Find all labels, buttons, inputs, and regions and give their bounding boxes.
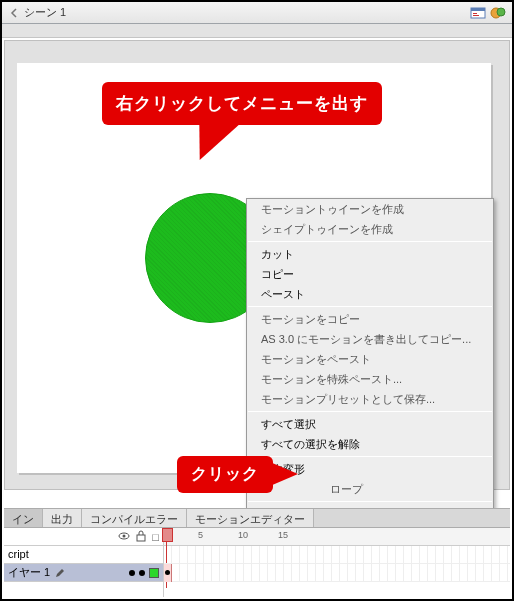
tab-motion-editor[interactable]: モーションエディター — [187, 509, 314, 527]
menu-save-motion-preset[interactable]: モーションプリセットとして保存... — [247, 389, 493, 409]
menu-copy-motion[interactable]: モーションをコピー — [247, 309, 493, 329]
script-track[interactable] — [164, 546, 510, 564]
layer1-track[interactable] — [164, 564, 510, 582]
ruler-tick: 15 — [278, 530, 288, 540]
bottom-tabs: イン 出力 コンパイルエラー モーションエディター — [4, 508, 510, 528]
eye-icon[interactable] — [118, 531, 130, 543]
annotation-click-text: クリック — [191, 465, 259, 482]
svg-point-7 — [123, 534, 126, 537]
menu-paste-motion[interactable]: モーションをペースト — [247, 349, 493, 369]
app-root: シーン 1 右クリックしてメニューを出す モーショントゥイーンを作成 シェイプト… — [0, 0, 514, 601]
menu-separator — [248, 306, 492, 307]
ruler-tick: 10 — [238, 530, 248, 540]
annotation-rightclick: 右クリックしてメニューを出す — [102, 82, 382, 125]
svg-rect-1 — [471, 8, 485, 11]
tab-output[interactable]: 出力 — [43, 509, 82, 527]
script-label-row: cript — [4, 546, 163, 564]
menu-deselect-all[interactable]: すべての選択を解除 — [247, 434, 493, 454]
timeline-frames[interactable]: 1 5 10 15 — [164, 528, 510, 597]
menu-separator — [248, 411, 492, 412]
timeline-layers-column: □ cript イヤー 1 — [4, 528, 164, 597]
timeline-ruler[interactable]: 1 5 10 15 — [164, 528, 510, 546]
tab-timeline[interactable]: イン — [4, 509, 43, 527]
back-icon[interactable] — [8, 7, 20, 19]
menu-paste[interactable]: ペースト — [247, 284, 493, 304]
svg-rect-3 — [473, 15, 479, 16]
layer-name: イヤー 1 — [8, 565, 50, 580]
layer-color-swatch[interactable] — [149, 568, 159, 578]
svg-point-5 — [497, 8, 505, 16]
scene-edit-icon[interactable] — [470, 5, 486, 21]
layer-visible-dot[interactable] — [129, 570, 135, 576]
lock-icon[interactable] — [136, 530, 146, 544]
script-label: cript — [8, 548, 29, 560]
svg-rect-2 — [473, 13, 477, 14]
symbol-edit-icon[interactable] — [490, 5, 506, 21]
annotation-click: クリック — [177, 456, 273, 493]
layer-lock-dot[interactable] — [139, 570, 145, 576]
tab-compile-errors[interactable]: コンパイルエラー — [82, 509, 187, 527]
menu-create-motion-tween[interactable]: モーショントゥイーンを作成 — [247, 199, 493, 219]
menu-separator — [248, 456, 492, 457]
menu-copy-motion-as3[interactable]: AS 3.0 にモーションを書き出してコピー... — [247, 329, 493, 349]
menu-create-shape-tween[interactable]: シェイプトゥイーンを作成 — [247, 219, 493, 239]
timeline-panel: □ cript イヤー 1 1 — [4, 528, 510, 597]
svg-rect-8 — [137, 535, 145, 541]
menu-paste-motion-special[interactable]: モーションを特殊ペースト... — [247, 369, 493, 389]
menu-select-all[interactable]: すべて選択 — [247, 414, 493, 434]
ruler-tick: 5 — [198, 530, 203, 540]
scene-title: シーン 1 — [24, 5, 66, 20]
keyframe-1[interactable] — [164, 564, 172, 582]
scene-bar: シーン 1 — [2, 2, 512, 24]
annotation-rightclick-text: 右クリックしてメニューを出す — [116, 94, 368, 113]
menu-separator — [248, 501, 492, 502]
menu-separator — [248, 241, 492, 242]
menu-copy[interactable]: コピー — [247, 264, 493, 284]
pencil-icon — [54, 567, 66, 579]
layer-row-1[interactable]: イヤー 1 — [4, 564, 163, 582]
outline-icon[interactable]: □ — [152, 531, 159, 543]
layer-header-icons: □ — [4, 528, 163, 546]
sub-bar — [2, 24, 512, 38]
menu-cut[interactable]: カット — [247, 244, 493, 264]
